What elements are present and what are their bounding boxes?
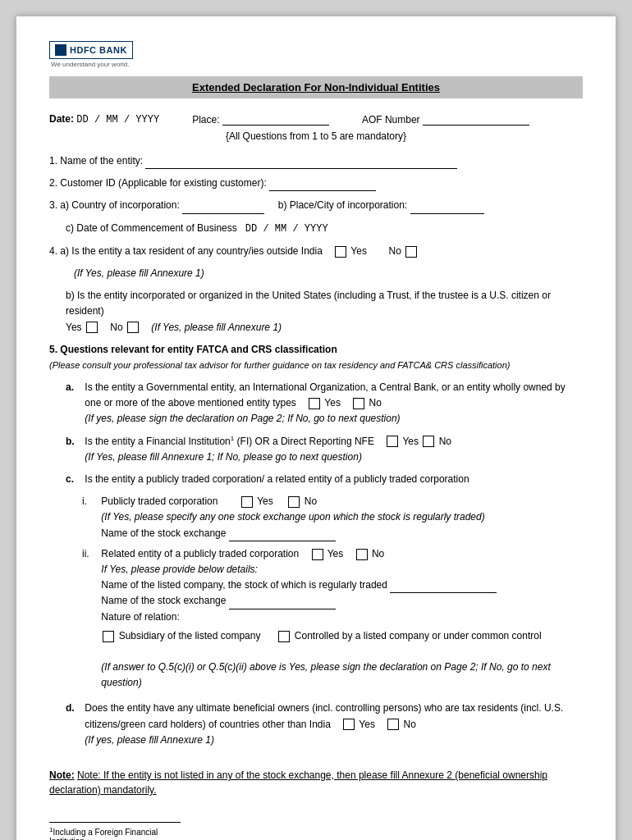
q5b-content: Is the entity a Financial Institution1 (…	[85, 434, 577, 465]
q5a-label: a.	[66, 380, 82, 395]
q5ci-no-box[interactable]	[288, 496, 300, 508]
logo-section: HDFC BANK We understand your world.	[49, 41, 583, 68]
q5ci-text: Publicly traded corporation	[101, 495, 218, 507]
subsidiary-label: Subsidiary of the listed company	[119, 630, 261, 641]
q5b-label: b.	[66, 434, 82, 450]
q3a-row: 3. a) Country of incorporation: b) Place…	[49, 198, 583, 213]
q5d-label: d.	[66, 701, 82, 716]
q5c-content: Is the entity a publicly traded corporat…	[85, 472, 577, 487]
logo-tagline: We understand your world.	[51, 61, 583, 68]
q5b-yes-box[interactable]	[387, 436, 398, 447]
q5b-row: b. Is the entity a Financial Institution…	[66, 434, 583, 465]
q5ci-note2: Name of the stock exchange	[101, 527, 226, 539]
q5b-no-box[interactable]	[423, 436, 434, 447]
subsidiary-box[interactable]	[103, 631, 114, 642]
q5d-content: Does the entity have any ultimate benefi…	[85, 701, 577, 748]
q1-field[interactable]	[145, 168, 457, 169]
q5b-no-label: No	[439, 436, 451, 447]
q3a-text: 3. a) Country of incorporation:	[49, 199, 180, 211]
date-value: DD / MM / YYYY	[76, 114, 159, 126]
place-label: Place:	[192, 114, 329, 126]
q5ci-yes-box[interactable]	[241, 496, 253, 508]
q5b-note: (If Yes, please fill Annexure 1; If No, …	[85, 451, 362, 463]
place-field[interactable]	[222, 125, 329, 126]
q5cii-no-box[interactable]	[356, 549, 368, 560]
aof-field[interactable]	[423, 125, 529, 126]
q5c-text: Is the entity a publicly traded corporat…	[85, 473, 469, 485]
footnote-text: Including a Foreign Financial Institutio…	[49, 828, 158, 840]
q1-row: 1. Name of the entity:	[49, 153, 583, 169]
q3c-text: c) Date of Commencement of Business	[66, 222, 237, 234]
date-label: Date: DD / MM / YYYY	[49, 113, 159, 126]
q4b-yes-label: Yes	[66, 322, 82, 333]
q5-header-row: 5. Questions relevant for entity FATCA a…	[49, 342, 583, 373]
q4a-no-box[interactable]	[405, 246, 417, 258]
q4a-yes-label: Yes	[350, 245, 367, 257]
controlled-label: Controlled by a listed company or under …	[295, 630, 542, 641]
logo-text: HDFC BANK	[70, 45, 127, 55]
q5c-label: c.	[66, 472, 82, 487]
q5cii-content: Related entity of a publicly traded corp…	[101, 546, 577, 692]
q5b-text: Is the entity a Financial Institution	[85, 436, 230, 447]
q2-field[interactable]	[269, 190, 376, 191]
q3b-text: b) Place/City of incorporation:	[278, 199, 407, 211]
q5ci-label: i.	[82, 494, 98, 509]
q5cii-yes-box[interactable]	[312, 549, 323, 560]
q5ci-stock-field[interactable]	[229, 541, 336, 541]
q4b-no-label: No	[110, 322, 122, 333]
q5d-no-label: No	[404, 719, 416, 730]
note-section: Note: Note: If the entity is not listed …	[49, 768, 583, 797]
q5a-note: (If yes, please sign the declaration on …	[85, 413, 400, 424]
q4b-yes-box[interactable]	[86, 322, 98, 333]
hdfc-icon	[55, 44, 66, 56]
q5b-text2: (FI) OR a Direct Reporting NFE	[237, 436, 374, 447]
q5d-row: d. Does the entity have any ultimate ben…	[66, 701, 583, 748]
q5d-no-box[interactable]	[387, 719, 399, 730]
q5d-yes-label: Yes	[359, 719, 375, 730]
q5cii-yes-label: Yes	[327, 548, 344, 559]
q3a-field[interactable]	[182, 213, 264, 214]
q4b-row: b) Is the entity incorporated or organiz…	[66, 288, 583, 336]
q3c-row: c) Date of Commencement of Business DD /…	[66, 221, 583, 237]
q5ci-content: Publicly traded corporation Yes No (If Y…	[101, 494, 577, 541]
footnote: 1Including a Foreign Financial Instituti…	[49, 822, 181, 840]
q5-note: (Please consult your professional tax ad…	[49, 360, 510, 370]
q4a-no-label: No	[389, 245, 401, 257]
logo-box: HDFC BANK	[49, 41, 133, 59]
nature-row: Subsidiary of the listed company Control…	[101, 628, 577, 644]
q5cii-no-label: No	[372, 548, 384, 559]
q5a-yes-box[interactable]	[309, 398, 320, 409]
q4b-no-box[interactable]	[127, 322, 139, 333]
q5d-note: (If yes, please fill Annexure 1)	[85, 734, 214, 746]
q5a-no-box[interactable]	[353, 398, 364, 409]
q3b-field[interactable]	[410, 213, 484, 214]
q3c-date: DD / MM / YYYY	[245, 223, 328, 235]
q4a-text: 4. a) Is the entity a tax resident of an…	[49, 245, 323, 257]
q5cii-text: Related entity of a publicly traded corp…	[101, 548, 299, 559]
q5a-yes-label: Yes	[324, 397, 341, 409]
mandatory-note: {All Questions from 1 to 5 are mandatory…	[49, 130, 583, 142]
q5cii-note: If Yes, please provide below details:	[101, 564, 258, 575]
controlled-box[interactable]	[278, 631, 290, 642]
q5cii-if-note: (If answer to Q.5(c)(i) or Q.5(c)(ii) ab…	[101, 661, 550, 688]
q2-row: 2. Customer ID (Applicable for existing …	[49, 176, 583, 191]
q5cii-nature-text: Nature of relation:	[101, 611, 179, 623]
q5d-text: Does the entity have any ultimate benefi…	[85, 702, 563, 729]
q5cii-stock-field[interactable]	[229, 609, 336, 609]
q5ci-yes-label: Yes	[257, 495, 273, 507]
q5cii-stock-text: Name of the stock exchange	[101, 595, 226, 606]
q5a-row: a. Is the entity a Governmental entity, …	[66, 380, 583, 427]
q4a-note: (If Yes, please fill Annexure 1)	[74, 267, 204, 279]
q5ci-no-label: No	[305, 495, 317, 507]
q5cii-listed-field[interactable]	[390, 592, 497, 593]
q5cii-row: ii. Related entity of a publicly traded …	[82, 546, 583, 692]
aof-label: AOF Number	[362, 114, 529, 126]
header-row: Date: DD / MM / YYYY Place: AOF Number	[49, 113, 583, 126]
q4a-note-row: (If Yes, please fill Annexure 1)	[74, 266, 583, 281]
q4a-yes-box[interactable]	[335, 246, 346, 258]
q5b-yes-label: Yes	[402, 436, 419, 447]
q2-text: 2. Customer ID (Applicable for existing …	[49, 177, 267, 189]
q5c-row: c. Is the entity a publicly traded corpo…	[66, 472, 583, 487]
q5b-sup: 1	[231, 435, 234, 442]
q5d-yes-box[interactable]	[343, 719, 355, 730]
